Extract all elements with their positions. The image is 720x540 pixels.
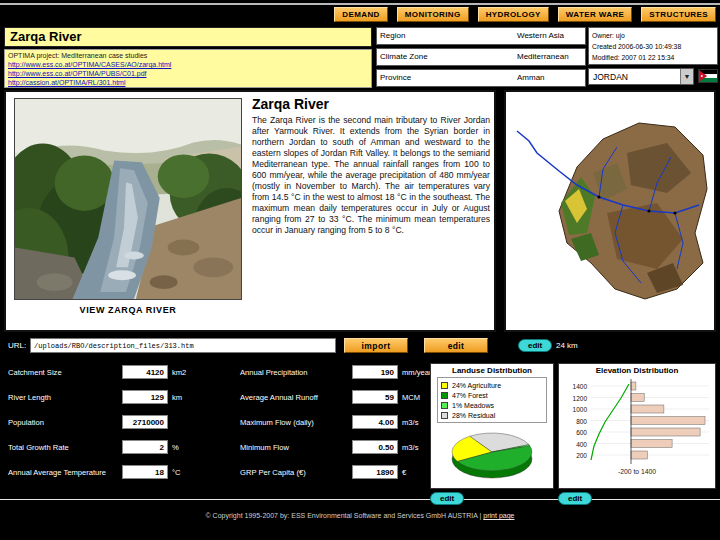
param-label: Maximum Flow (daily) [240,418,314,427]
param-label: Annual Average Temperature [8,468,106,477]
legend-label: 24% Agriculture [452,382,501,389]
param-label: Average Annual Runoff [240,393,318,402]
legend-label: 47% Forest [452,392,488,399]
param-value: 18 [122,465,168,479]
waterware-page: DEMAND MONITORING HYDROLOGY WATER WARE S… [0,0,720,540]
catchment-map-image[interactable] [507,93,713,329]
svg-text:1200: 1200 [573,395,588,402]
reference-link[interactable]: http://www.ess.co.at/OPTIMA/PUBS/C01.pdf [8,69,368,78]
reference-links: OPTIMA project: Mediterranean case studi… [4,49,372,88]
field-label: Region [380,31,405,40]
param-unit: % [172,443,179,452]
param-unit: m3/s [402,418,418,427]
country-select-value: JORDAN [593,72,628,82]
field-label: Climate Zone [380,52,428,61]
map-panel [504,90,716,332]
param-unit: km [172,393,182,402]
reference-link[interactable]: http://www.ess.co.at/OPTIMA/CASES/AO/zar… [8,60,368,69]
legend-item: 24% Agriculture [441,380,543,390]
legend-item: 1% Meadows [441,400,543,410]
elevation-title: Elevation Distribution [559,364,715,375]
param-value: 4120 [122,365,168,379]
param-value: 1890 [352,465,398,479]
field-province: Province Amman [376,69,586,87]
jordan-flag-icon [698,69,718,83]
footer: © Copyright 1995-2007 by: ESS Environmen… [0,512,720,519]
field-value: Mediterranean [517,52,569,61]
landuse-title: Landuse Distribution [431,364,553,375]
description-panel: VIEW ZARQA RIVER Zarqa River The Zarqa R… [4,90,496,332]
meadows-swatch-icon [441,402,448,409]
nav-button-demand[interactable]: DEMAND [334,7,388,22]
legend-label: 28% Residual [452,412,495,419]
param-label: Population [8,418,44,427]
elevation-edit-button[interactable]: edit [558,492,592,505]
nav-button-hydrology[interactable]: HYDROLOGY [478,7,549,22]
map-scale-label: 24 km [556,341,578,350]
agriculture-swatch-icon [441,382,448,389]
elevation-panel: Elevation Distribution 14001200100080060… [558,363,716,489]
reference-link[interactable]: OPTIMA project: Mediterranean case studi… [8,51,368,60]
param-value: 59 [352,390,398,404]
field-region: Region Western Asia [376,27,586,45]
param-label: Minimum Flow [240,443,289,452]
param-unit: MCM [402,393,420,402]
param-value: 2710000 [122,415,168,429]
param-value: 190 [352,365,398,379]
landuse-legend: 24% Agriculture 47% Forest 1% Meadows 28… [437,377,547,423]
param-unit: km2 [172,368,186,377]
elevation-bar-chart: 140012001000800600400200 [561,376,713,468]
import-button[interactable]: import [344,338,408,353]
legend-item: 47% Forest [441,390,543,400]
forest-swatch-icon [441,392,448,399]
description-text: The Zarqa River is the second main tribu… [252,115,490,236]
nav-button-monitoring[interactable]: MONITORING [397,7,469,22]
param-value: 129 [122,390,168,404]
svg-text:400: 400 [576,441,587,448]
param-value: 0.50 [352,440,398,454]
param-label: Annual Precipitation [240,368,308,377]
map-edit-button[interactable]: edit [518,339,552,352]
url-label: URL: [8,341,26,350]
record-info: Owner: ujo Created 2006-06-30 10:49:38 M… [588,27,718,65]
param-unit: € [402,468,406,477]
field-climate-zone: Climate Zone Mediterranean [376,48,586,66]
svg-text:1400: 1400 [573,383,588,390]
legend-item: 28% Residual [441,410,543,420]
legend-label: 1% Meadows [452,402,494,409]
param-label: Catchment Size [8,368,62,377]
param-label: River Length [8,393,51,402]
landuse-edit-button[interactable]: edit [430,492,464,505]
river-photo-image[interactable] [14,98,242,300]
param-value: 4.00 [352,415,398,429]
svg-text:600: 600 [576,429,587,436]
copyright-text: © Copyright 1995-2007 by: ESS Environmen… [206,512,478,519]
landuse-panel: Landuse Distribution 24% Agriculture 47%… [430,363,554,489]
top-divider [0,3,720,5]
description-title: Zarqa River [252,96,329,112]
url-input[interactable] [30,338,336,353]
owner-text: Owner: ujo [592,30,714,41]
elevation-x-axis-note: -200 to 1400 [559,468,715,475]
svg-text:800: 800 [576,418,587,425]
field-value: Amman [517,73,545,82]
param-unit: °C [172,468,181,477]
print-page-link[interactable]: print page [483,512,514,519]
page-title: Zarqa River [4,27,372,47]
url-edit-button[interactable]: edit [424,338,488,353]
nav-button-structures[interactable]: STRUCTURES [641,7,716,22]
param-label: Total Growth Rate [8,443,69,452]
chevron-down-icon: ▼ [680,69,693,84]
footer-separator: | [480,512,482,519]
nav-button-waterware[interactable]: WATER WARE [558,7,633,22]
top-nav: DEMAND MONITORING HYDROLOGY WATER WARE S… [334,7,716,22]
photo-caption-link[interactable]: VIEW ZARQA RIVER [14,305,242,315]
param-label: GRP Per Capita (€) [240,468,306,477]
country-select[interactable]: JORDAN ▼ [588,68,694,85]
svg-text:1000: 1000 [573,406,588,413]
modified-text: Modified: 2007 01 22 15:34 [592,52,714,63]
param-unit: mm/year [402,368,432,377]
reference-link[interactable]: http://cassion.at/OPTIMA/RL/301.html [8,78,368,87]
footer-divider [0,499,720,500]
field-value: Western Asia [517,31,564,40]
